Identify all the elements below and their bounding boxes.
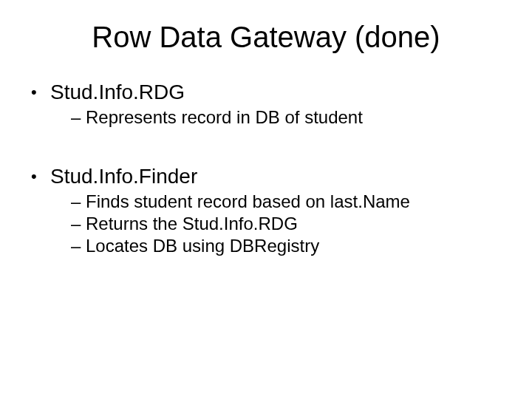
sub-bullet-item: Represents record in DB of student <box>71 107 502 128</box>
sub-bullet-item: Finds student record based on last.Name <box>71 191 502 212</box>
sub-bullet-item: Returns the Stud.Info.RDG <box>71 214 502 234</box>
bullet-list: Stud.Info.RDG Represents record in DB of… <box>30 81 502 128</box>
sub-bullet-list: Finds student record based on last.Name … <box>50 191 502 256</box>
bullet-label: Stud.Info.RDG <box>50 81 185 103</box>
bullet-label: Stud.Info.Finder <box>50 165 197 188</box>
slide-title: Row Data Gateway (done) <box>30 21 502 54</box>
slide: Row Data Gateway (done) Stud.Info.RDG Re… <box>0 0 532 399</box>
bullet-list: Stud.Info.Finder Finds student record ba… <box>30 165 502 256</box>
bullet-item: Stud.Info.RDG Represents record in DB of… <box>30 81 502 128</box>
spacer <box>30 132 502 165</box>
sub-bullet-list: Represents record in DB of student <box>50 107 502 128</box>
bullet-item: Stud.Info.Finder Finds student record ba… <box>30 165 502 256</box>
sub-bullet-item: Locates DB using DBRegistry <box>71 236 502 256</box>
